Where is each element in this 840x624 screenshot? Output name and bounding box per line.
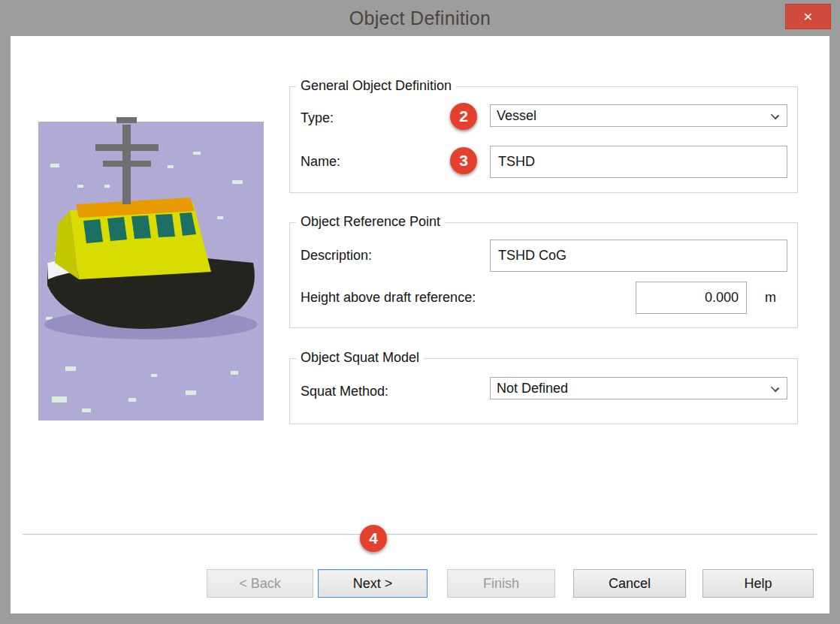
step-badge-2: 2 xyxy=(450,103,477,130)
group-object-squat-model: Object Squat Model Squat Method: Not Def… xyxy=(289,358,798,424)
step-badge-4: 4 xyxy=(360,525,387,552)
name-label: Name: xyxy=(301,154,340,170)
cancel-button[interactable]: Cancel xyxy=(573,569,686,598)
preview-sky xyxy=(38,75,264,122)
dialog-titlebar: Object Definition × xyxy=(0,0,840,36)
chevron-down-icon xyxy=(771,384,779,392)
back-button: < Back xyxy=(207,569,313,598)
close-button[interactable]: × xyxy=(785,4,831,29)
group-object-reference-point: Object Reference Point Description: Heig… xyxy=(289,222,798,328)
group-squat-legend: Object Squat Model xyxy=(296,350,424,366)
name-input[interactable] xyxy=(490,146,787,178)
height-label: Height above draft reference: xyxy=(301,290,476,306)
step-badge-3-number: 3 xyxy=(459,152,468,170)
dialog-content: General Object Definition Type: Vessel N… xyxy=(11,36,829,613)
step-badge-4-number: 4 xyxy=(369,529,378,547)
finish-button: Finish xyxy=(447,569,555,598)
dialog-title: Object Definition xyxy=(349,8,491,29)
description-input[interactable] xyxy=(490,240,787,272)
height-unit-label: m xyxy=(765,290,776,306)
squat-method-label: Squat Method: xyxy=(301,384,388,399)
height-input[interactable] xyxy=(636,282,747,314)
object-definition-dialog: Object Definition × xyxy=(0,0,840,624)
step-badge-2-number: 2 xyxy=(459,107,468,125)
squat-method-dropdown-value: Not Defined xyxy=(497,381,568,396)
type-dropdown-value: Vessel xyxy=(497,108,536,124)
group-general-object-definition: General Object Definition Type: Vessel N… xyxy=(289,86,798,193)
next-button[interactable]: Next > xyxy=(318,569,428,598)
vessel-preview-image xyxy=(38,75,264,421)
type-dropdown[interactable]: Vessel xyxy=(490,104,787,127)
squat-method-dropdown[interactable]: Not Defined xyxy=(490,377,787,399)
group-reference-legend: Object Reference Point xyxy=(296,214,445,230)
help-button[interactable]: Help xyxy=(703,569,814,598)
description-label: Description: xyxy=(301,248,372,264)
step-badge-3: 3 xyxy=(450,147,477,174)
type-label: Type: xyxy=(301,110,334,126)
footer-divider xyxy=(23,534,817,535)
vessel-preview-svg xyxy=(38,75,264,421)
group-general-legend: General Object Definition xyxy=(296,78,456,94)
chevron-down-icon xyxy=(771,111,779,119)
close-icon: × xyxy=(803,8,812,26)
